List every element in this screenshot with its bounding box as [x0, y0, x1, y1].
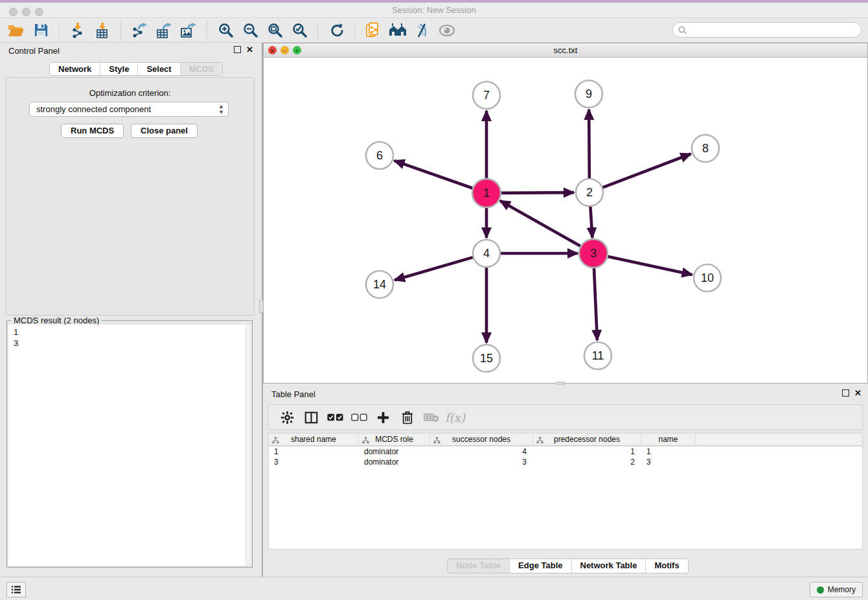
open-icon[interactable] [4, 20, 29, 41]
graph-node-4[interactable]: 4 [473, 240, 500, 267]
home-icon[interactable] [385, 20, 410, 41]
table-panel: Table Panel ✕ f(x) shared nameMCDS roles… [263, 386, 868, 577]
eye-icon[interactable] [435, 20, 459, 41]
graph-node-3[interactable]: 3 [579, 239, 608, 268]
export-image-icon[interactable] [176, 20, 201, 41]
hide-details-icon[interactable] [410, 20, 435, 41]
svg-text:14: 14 [373, 278, 386, 291]
svg-text:1: 1 [483, 187, 490, 200]
graph-node-8[interactable]: 8 [692, 135, 719, 162]
zoom-in-icon[interactable] [213, 20, 238, 41]
columns-icon[interactable] [299, 408, 323, 427]
refresh-icon[interactable] [324, 20, 348, 41]
tab-mcds[interactable]: MCDS [181, 63, 222, 75]
graph-node-10[interactable]: 10 [694, 264, 721, 292]
column-header-shared-name[interactable]: shared name [269, 433, 359, 445]
trash-icon[interactable] [395, 408, 419, 427]
table-row[interactable]: 1dominator411 [269, 446, 862, 457]
memory-button[interactable]: Memory [810, 582, 863, 597]
network-canvas[interactable]: 7968124314101511 [264, 58, 867, 383]
table-row[interactable]: 3dominator323 [269, 457, 862, 467]
control-panel: Control Panel ✕ NetworkStyleSelectMCDS O… [0, 43, 260, 577]
unselect-all-icon[interactable] [347, 408, 371, 427]
table-cell[interactable]: dominator [359, 457, 430, 467]
table-cell[interactable]: 3 [430, 457, 533, 467]
tab-edge-table[interactable]: Edge Table [510, 559, 571, 573]
column-header-successor-nodes[interactable]: successor nodes [430, 433, 533, 445]
run-mcds-button[interactable]: Run MCDS [61, 124, 124, 138]
graph-node-15[interactable]: 15 [473, 345, 500, 372]
edge-3-1[interactable] [500, 201, 582, 247]
close-panel-icon[interactable]: ✕ [246, 46, 253, 53]
graph-node-1[interactable]: 1 [472, 179, 501, 207]
function-icon: f(x) [443, 408, 467, 427]
hierarchy-icon [433, 437, 440, 446]
tab-select[interactable]: Select [138, 63, 180, 75]
graph-node-9[interactable]: 9 [575, 80, 602, 108]
graph-node-2[interactable]: 2 [576, 179, 603, 206]
column-header-MCDS-role[interactable]: MCDS role [359, 433, 430, 445]
edge-2-3[interactable] [590, 206, 592, 238]
svg-text:2: 2 [586, 186, 593, 199]
zoom-out-icon[interactable] [238, 20, 262, 41]
graph-node-6[interactable]: 6 [366, 142, 393, 169]
table-cell[interactable]: dominator [359, 446, 430, 457]
table-cell[interactable]: 2 [533, 457, 641, 467]
close-table-panel-icon[interactable]: ✕ [854, 389, 862, 397]
tab-style[interactable]: Style [100, 63, 138, 75]
edge-4-14[interactable] [394, 257, 474, 280]
network-graph[interactable]: 7968124314101511 [264, 58, 867, 383]
horizontal-splitter-grip[interactable] [556, 382, 565, 385]
float-panel-icon[interactable] [234, 46, 241, 53]
mcds-result-title: MCDS result (2 nodes) [11, 316, 102, 325]
edge-3-10[interactable] [607, 256, 692, 275]
close-panel-button[interactable]: Close panel [131, 124, 198, 138]
hierarchy-icon [362, 437, 369, 446]
tab-network[interactable]: Network [50, 63, 100, 75]
task-history-button[interactable] [6, 582, 26, 597]
column-header-predecessor-nodes[interactable]: predecessor nodes [533, 433, 641, 445]
control-panel-title: Control Panel [8, 46, 60, 56]
graph-node-7[interactable]: 7 [473, 82, 500, 109]
float-table-panel-icon[interactable] [842, 389, 849, 397]
table-cell[interactable]: 1 [269, 446, 359, 457]
tab-node-table[interactable]: Node Table [448, 559, 510, 573]
zoom-fit-icon[interactable] [262, 20, 287, 41]
edge-1-2[interactable] [500, 192, 574, 193]
edge-3-11[interactable] [594, 267, 597, 340]
tab-motifs[interactable]: Motifs [646, 559, 687, 573]
edge-2-8[interactable] [602, 154, 691, 188]
export-table-icon[interactable] [152, 20, 176, 41]
table-cell[interactable]: 3 [269, 457, 359, 467]
optimization-criterion-dropdown[interactable]: strongly connected component ▲▼ [29, 102, 229, 117]
table-cell[interactable]: 3 [641, 457, 696, 467]
table-cell[interactable]: 1 [533, 446, 641, 457]
import-network-icon[interactable] [65, 20, 90, 41]
optimization-criterion-label: Optimization criterion: [0, 88, 260, 98]
search-field[interactable] [672, 22, 862, 38]
zoom-selected-icon[interactable] [287, 20, 312, 41]
clone-network-icon[interactable] [361, 20, 385, 41]
mcds-result-text[interactable]: 1 3 [8, 325, 247, 566]
table-cell[interactable]: 1 [641, 446, 696, 457]
toolbar-separator [59, 21, 60, 40]
tab-network-table[interactable]: Network Table [572, 559, 646, 573]
network-view-title: scc.txt [264, 45, 867, 55]
save-icon[interactable] [29, 20, 53, 41]
column-header-name[interactable]: name [641, 433, 696, 445]
export-network-icon[interactable] [127, 20, 152, 41]
node-table[interactable]: shared nameMCDS rolesuccessor nodesprede… [268, 433, 863, 549]
search-input[interactable] [690, 25, 852, 35]
graph-node-11[interactable]: 11 [584, 342, 611, 369]
edge-1-6[interactable] [394, 161, 474, 189]
memory-label: Memory [828, 585, 856, 594]
result-scrollbar[interactable] [246, 325, 251, 566]
edge-2-9[interactable] [589, 110, 589, 179]
add-icon[interactable] [371, 408, 395, 427]
network-window-titlebar[interactable]: ✕ − + scc.txt [264, 43, 867, 58]
import-table-icon[interactable] [90, 20, 115, 41]
select-all-icon[interactable] [323, 408, 347, 427]
gear-icon[interactable] [275, 408, 299, 427]
table-cell[interactable]: 4 [430, 446, 533, 457]
graph-node-14[interactable]: 14 [366, 271, 393, 298]
